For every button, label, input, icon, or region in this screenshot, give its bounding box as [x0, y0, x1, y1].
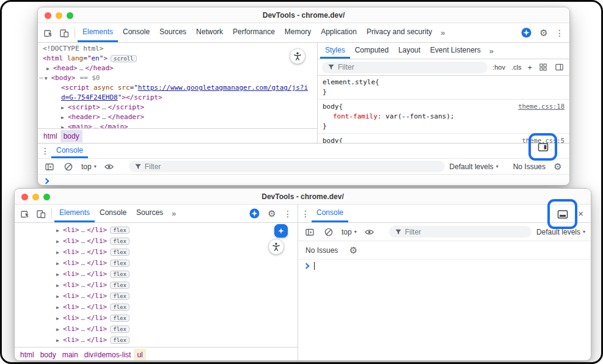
expand-arrow-icon[interactable]: ▶ [56, 335, 63, 346]
issues-counter[interactable]: No Issues [512, 162, 547, 171]
tab-console-drawer[interactable]: Console [51, 144, 88, 158]
settings-gear-icon[interactable]: ⚙ [536, 28, 552, 37]
console-prompt[interactable] [298, 260, 591, 272]
dom-tree[interactable]: ▶<li>…</li>flex▶<li>…</li>flex▶<li>…</li… [15, 223, 298, 347]
attribute-link[interactable]: d=G-754F24EHD8 [61, 93, 118, 101]
close-window-button[interactable] [45, 12, 51, 19]
console-sidebar-toggle-icon[interactable] [42, 162, 57, 172]
expand-arrow-icon[interactable]: ▶ [56, 302, 63, 313]
clear-console-icon[interactable] [321, 227, 337, 237]
more-tabs-icon[interactable]: » [437, 23, 448, 42]
grid-overlays-icon[interactable] [537, 63, 549, 71]
tab-elements[interactable]: Elements [78, 23, 118, 42]
minimize-window-button[interactable] [56, 12, 62, 19]
drawer-kebab-menu-icon[interactable]: ⋮ [299, 209, 312, 219]
flex-badge[interactable]: flex [110, 315, 130, 322]
expand-arrow-icon[interactable]: ▶ [61, 113, 68, 123]
console-filter-input[interactable]: Filter [389, 226, 532, 238]
breadcrumb-item-main[interactable]: main [59, 349, 81, 361]
node-menu-dots-icon[interactable]: ⋯ [39, 74, 44, 82]
tab-console-panel[interactable]: Console [312, 205, 348, 222]
dom-tree[interactable]: <!DOCTYPE html><html lang="en">scroll▶<h… [38, 43, 317, 128]
expand-arrow-icon[interactable]: ▶ [56, 225, 63, 236]
expand-arrow-icon[interactable]: ▶ [56, 247, 63, 258]
attribute-link[interactable]: https://www.googletagmanager.com/gtag/js… [138, 84, 308, 92]
console-settings-gear-icon[interactable]: ⚙ [550, 162, 566, 171]
expand-arrow-icon[interactable]: ▶ [56, 291, 63, 302]
ai-assistance-icon[interactable] [246, 208, 262, 219]
expand-arrow-icon[interactable]: ▶ [56, 280, 63, 291]
tab-memory[interactable]: Memory [280, 23, 316, 42]
settings-gear-icon[interactable]: ⚙ [264, 209, 280, 218]
expand-arrow-icon[interactable]: ▶ [56, 236, 63, 247]
flex-badge[interactable]: flex [110, 260, 130, 267]
styles-filter-input[interactable]: Filter [322, 62, 488, 73]
expand-arrow-icon[interactable]: ▶ [61, 123, 68, 128]
scroll-badge[interactable]: scroll [111, 55, 137, 62]
device-toolbar-icon[interactable] [56, 23, 72, 42]
stylesheet-source-link[interactable]: theme.css:18 [513, 101, 565, 111]
console-filter-input[interactable]: Filter [129, 161, 445, 172]
live-expression-eye-icon[interactable] [101, 162, 117, 172]
expand-arrow-icon[interactable]: ▶ [56, 313, 63, 324]
kebab-menu-icon[interactable]: ⋮ [554, 28, 566, 38]
new-style-rule-button[interactable]: + [526, 63, 533, 72]
log-levels-dropdown[interactable]: Default levels▾ [448, 162, 500, 171]
tab-performance[interactable]: Performance [228, 23, 280, 42]
device-toolbar-icon[interactable] [33, 205, 49, 222]
dock-drawer-right-button[interactable] [537, 141, 549, 153]
breadcrumb-item-html[interactable]: html [40, 130, 60, 142]
flex-badge[interactable]: flex [110, 271, 130, 278]
accessibility-icon[interactable] [290, 48, 305, 64]
drawer-kebab-menu-icon[interactable]: ⋮ [39, 146, 51, 156]
titlebar[interactable]: DevTools - chrome.dev/ [15, 189, 591, 205]
expand-arrow-icon[interactable]: ▼ [45, 74, 51, 84]
flex-badge[interactable]: flex [110, 282, 130, 289]
tab-sources[interactable]: Sources [155, 23, 191, 42]
flex-badge[interactable]: flex [110, 249, 130, 256]
expand-arrow-icon[interactable]: ▶ [56, 269, 63, 280]
close-panel-icon[interactable]: × [578, 208, 591, 219]
element-classes-button[interactable]: .cls [510, 64, 523, 71]
expand-arrow-icon[interactable]: ▶ [56, 324, 63, 335]
flex-badge[interactable]: flex [110, 238, 130, 245]
toggle-element-state-button[interactable]: :hov [491, 64, 506, 71]
flex-badge[interactable]: flex [110, 337, 130, 344]
tab-elements[interactable]: Elements [54, 205, 95, 222]
clear-console-icon[interactable] [60, 162, 76, 172]
breadcrumb-item-div-demos-list[interactable]: div#demos-list [81, 349, 134, 361]
inspect-element-icon[interactable] [17, 205, 33, 222]
styles-tab-styles[interactable]: Styles [320, 43, 350, 59]
styles-tab-layout[interactable]: Layout [393, 43, 425, 59]
tab-privacy-and-security[interactable]: Privacy and security [362, 23, 437, 42]
expand-arrow-icon[interactable]: ▶ [61, 103, 68, 113]
titlebar[interactable]: DevTools - chrome.dev/ [38, 7, 569, 23]
tab-network[interactable]: Network [191, 23, 228, 42]
maximize-window-button[interactable] [43, 194, 50, 200]
css-property-name[interactable]: font-family [323, 112, 378, 120]
maximize-window-button[interactable] [67, 12, 73, 19]
tab-console[interactable]: Console [118, 23, 155, 42]
breadcrumb-item-body[interactable]: body [37, 349, 59, 361]
inspect-element-icon[interactable] [40, 23, 56, 42]
ai-assistance-fab-icon[interactable] [274, 224, 288, 238]
more-tabs-icon[interactable]: » [168, 205, 180, 222]
dock-drawer-bottom-button[interactable] [557, 208, 569, 220]
flex-badge[interactable]: flex [110, 293, 130, 300]
computed-sidebar-toggle-icon[interactable] [553, 63, 565, 71]
css-property-value[interactable]: var(--font-sans); [386, 112, 455, 120]
console-prompt[interactable] [38, 175, 569, 186]
tab-console[interactable]: Console [95, 205, 131, 222]
ai-assistance-icon[interactable] [518, 27, 534, 38]
more-styles-tabs-icon[interactable]: » [486, 43, 497, 59]
execution-context-selector[interactable]: top▾ [340, 228, 359, 236]
flex-badge[interactable]: flex [110, 304, 130, 311]
breadcrumb-item-ul[interactable]: ul [134, 349, 145, 361]
accessibility-icon[interactable] [268, 239, 284, 255]
breadcrumb-item-html[interactable]: html [17, 349, 37, 361]
kebab-menu-icon[interactable]: ⋮ [282, 209, 294, 219]
tab-application[interactable]: Application [316, 23, 362, 42]
close-window-button[interactable] [21, 194, 28, 200]
styles-tab-computed[interactable]: Computed [350, 43, 393, 59]
styles-tab-event-listeners[interactable]: Event Listeners [425, 43, 486, 59]
